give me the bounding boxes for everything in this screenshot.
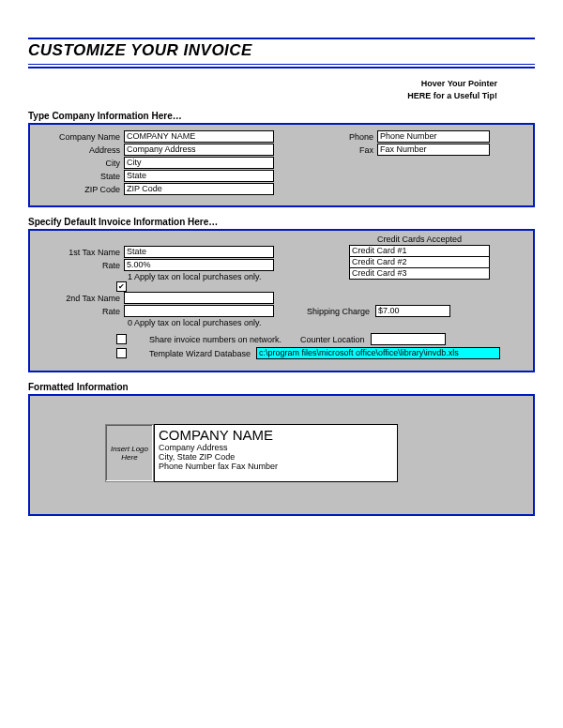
input-company[interactable]: COMPANY NAME: [124, 130, 274, 143]
invoice-defaults-panel: Credit Cards Accepted Credit Card #1 Cre…: [28, 229, 535, 372]
section2-heading: Specify Default Invoice Information Here…: [28, 217, 535, 227]
label-counter: Counter Location: [300, 335, 365, 344]
checkbox-db[interactable]: [116, 348, 127, 358]
input-zip[interactable]: ZIP Code: [124, 183, 274, 195]
hover-hint: Hover Your Pointer HERE for a Useful Tip…: [28, 78, 497, 101]
input-cc3[interactable]: Credit Card #3: [349, 267, 490, 280]
card-phone: Phone Number fax Fax Number: [159, 462, 393, 471]
label-address: Address: [39, 145, 124, 155]
label-shipping: Shipping Charge: [291, 307, 375, 316]
label-phone: Phone: [312, 132, 377, 142]
page-title: CUSTOMIZE YOUR INVOICE: [28, 38, 535, 65]
formatted-info-panel: Insert Logo Here COMPANY NAME Company Ad…: [28, 394, 535, 516]
label-share: Share invoice numbers on network.: [149, 335, 282, 344]
label-db: Template Wizard Database: [149, 349, 251, 358]
section1-heading: Type Company Information Here…: [28, 111, 535, 121]
checkbox-tax2-enable[interactable]: ✔: [116, 281, 127, 292]
input-city[interactable]: City: [124, 157, 274, 169]
title-underline: [28, 67, 535, 68]
company-info-panel: Company Name COMPANY NAME Phone Phone Nu…: [28, 123, 535, 207]
input-tax1-name[interactable]: State: [124, 246, 274, 258]
checkbox-share[interactable]: [116, 334, 127, 344]
label-fax: Fax: [312, 145, 377, 155]
input-counter[interactable]: [371, 333, 446, 345]
label-tax1: 1st Tax Name: [39, 248, 124, 257]
hint-line1: Hover Your Pointer: [28, 78, 497, 90]
label-state: State: [39, 172, 124, 181]
label-company: Company Name: [39, 132, 124, 142]
input-fax[interactable]: Fax Number: [377, 144, 490, 156]
input-tax2-rate[interactable]: [124, 305, 274, 317]
section3-heading: Formatted Information: [28, 382, 535, 392]
company-card: COMPANY NAME Company Address City, State…: [154, 424, 398, 482]
label-tax2-rate: Rate: [39, 307, 124, 316]
input-phone[interactable]: Phone Number: [377, 130, 490, 143]
hint-line2: HERE for a Useful Tip!: [28, 90, 497, 102]
tax2-note: 0 Apply tax on local purchases only.: [39, 318, 524, 327]
input-tax2-name[interactable]: [124, 292, 274, 304]
input-address[interactable]: Company Address: [124, 144, 274, 156]
label-tax1-rate: Rate: [39, 261, 124, 270]
logo-placeholder[interactable]: Insert Logo Here: [105, 424, 154, 482]
card-company-name: COMPANY NAME: [159, 427, 393, 443]
input-state[interactable]: State: [124, 170, 274, 182]
card-citystate: City, State ZIP Code: [159, 452, 393, 462]
label-tax2: 2nd Tax Name: [39, 294, 124, 303]
cc-heading: Credit Cards Accepted: [349, 235, 490, 244]
input-db-path[interactable]: c:\program files\microsoft office\office…: [256, 347, 500, 359]
label-zip: ZIP Code: [39, 185, 124, 194]
input-shipping[interactable]: $7.00: [375, 305, 450, 317]
input-tax1-rate[interactable]: 5.00%: [124, 259, 274, 271]
card-address: Company Address: [159, 443, 393, 452]
label-city: City: [39, 159, 124, 168]
